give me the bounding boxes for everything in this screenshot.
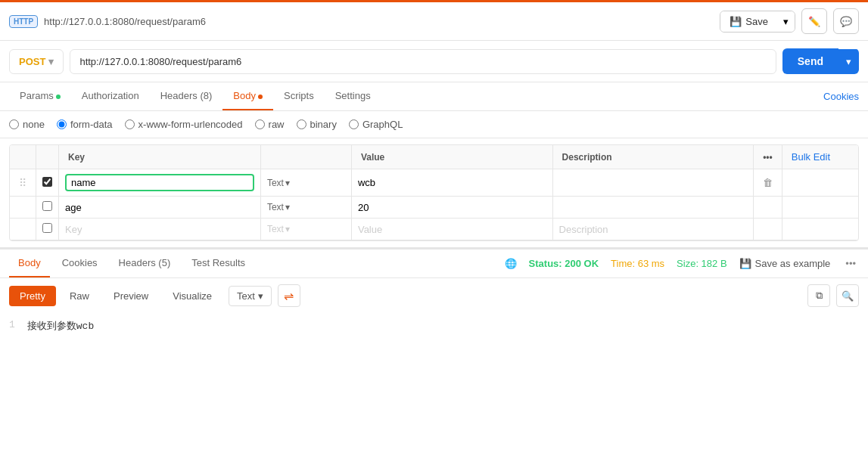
more-icon: ••• [763,152,773,163]
wrap-icon: ⇌ [284,289,294,303]
response-meta: 🌐 Status: 200 OK Time: 63 ms Size: 182 B… [505,255,859,272]
row1-checkbox[interactable] [42,177,52,187]
url-input[interactable] [70,49,776,74]
size-badge: Size: 182 B [677,258,727,269]
value-input-3[interactable] [358,224,546,235]
send-chevron-icon: ▾ [846,56,851,67]
th-check [36,145,59,169]
request-tabs: Params Authorization Headers (8) Body Sc… [0,82,868,111]
save-dropdown-button[interactable]: ▾ [777,11,795,32]
value-cell-2[interactable] [351,197,552,219]
send-dropdown-button[interactable]: ▾ [838,49,859,74]
search-icon: 🔍 [842,290,854,302]
save-button-group[interactable]: 💾 Save ▾ [720,11,795,33]
desc-input-3[interactable] [559,224,748,235]
search-button[interactable]: 🔍 [836,284,859,307]
table-header-row: Key Value Description ••• Bulk Edit [10,145,858,169]
type-label-2: Text [267,202,284,212]
radio-form-data[interactable]: form-data [57,119,113,130]
format-select[interactable]: Text ▾ [229,286,272,306]
key-cell-1[interactable] [59,169,261,197]
checkbox-cell[interactable] [36,169,59,197]
key-input-2[interactable] [65,202,254,213]
method-select[interactable]: POST ▾ [9,49,64,74]
view-tab-raw[interactable]: Raw [59,286,100,306]
value-cell-1[interactable] [351,169,552,197]
response-more-button[interactable]: ••• [842,255,859,272]
tab-body[interactable]: Body [222,82,273,110]
type-selector-1[interactable]: Text ▾ [267,178,345,188]
th-value: Value [351,145,552,169]
desc-cell-3[interactable] [552,219,754,240]
tab-params[interactable]: Params [9,82,71,110]
params-dot [56,95,61,99]
extra-cell-2 [782,197,858,219]
radio-none[interactable]: none [9,119,45,130]
type-selector-2[interactable]: Text ▾ [267,202,345,212]
radio-graphql[interactable]: GraphQL [349,119,403,130]
type-label-1: Text [267,178,284,188]
view-tab-pretty[interactable]: Pretty [9,286,56,306]
th-more[interactable]: ••• [754,145,782,169]
response-tab-body[interactable]: Body [9,250,50,277]
checkbox-cell-3[interactable] [36,219,59,240]
format-label: Text [237,290,255,302]
desc-input-2[interactable] [559,202,748,213]
code-area: 1 接收到参数wcb [0,313,868,339]
http-icon: HTTP [9,15,38,28]
desc-input-1[interactable] [559,177,748,188]
radio-raw[interactable]: raw [255,119,285,130]
response-tab-test-results[interactable]: Test Results [182,250,254,277]
type-cell-3[interactable]: Text ▾ [260,219,351,240]
wrap-button[interactable]: ⇌ [278,284,300,307]
save-label: Save [745,16,768,27]
line-number-1: 1 [9,319,15,333]
method-label: POST [19,56,45,67]
key-input-1[interactable] [65,174,254,191]
edit-icon-button[interactable]: ✏️ [801,8,827,34]
delete-cell-3 [754,219,782,240]
response-tab-cookies[interactable]: Cookies [53,250,107,277]
send-button-group[interactable]: Send ▾ [782,48,859,74]
th-bulk-edit[interactable]: Bulk Edit [782,145,858,169]
drag-handle-icon[interactable]: ⠿ [16,177,30,189]
pencil-icon: ✏️ [808,16,820,27]
cookies-link[interactable]: Cookies [823,91,859,102]
key-input-3[interactable] [65,224,254,235]
view-tab-preview[interactable]: Preview [103,286,159,306]
row2-checkbox[interactable] [42,201,52,211]
type-selector-3[interactable]: Text ▾ [267,224,345,234]
globe-icon[interactable]: 🌐 [505,258,517,269]
copy-button[interactable]: ⧉ [807,284,830,307]
drag-handle-cell-2 [10,197,36,219]
th-drag [10,145,36,169]
key-cell-3[interactable] [59,219,261,240]
response-tab-headers[interactable]: Headers (5) [110,250,180,277]
type-cell-1[interactable]: Text ▾ [260,169,351,197]
tab-headers[interactable]: Headers (8) [150,82,223,110]
tab-settings[interactable]: Settings [325,82,381,110]
radio-binary[interactable]: binary [297,119,337,130]
type-cell-2[interactable]: Text ▾ [260,197,351,219]
bulk-edit-label[interactable]: Bulk Edit [792,151,830,163]
delete-cell-1[interactable]: 🗑 [754,169,782,197]
copy-icon: ⧉ [816,290,823,302]
value-cell-3[interactable] [351,219,552,240]
key-cell-2[interactable] [59,197,261,219]
send-button[interactable]: Send [782,48,838,74]
th-key: Key [59,145,261,169]
save-example-button[interactable]: 💾 Save as example [739,258,831,269]
code-line-1: 1 接收到参数wcb [9,319,859,333]
comment-icon-button[interactable]: 💬 [833,8,859,34]
radio-urlencoded[interactable]: x-www-form-urlencoded [125,119,243,130]
tab-scripts[interactable]: Scripts [273,82,325,110]
save-button[interactable]: 💾 Save [720,11,777,32]
desc-cell-1[interactable] [552,169,754,197]
checkbox-cell-2[interactable] [36,197,59,219]
value-input-2[interactable] [358,202,546,213]
view-tab-visualize[interactable]: Visualize [162,286,222,306]
tab-authorization[interactable]: Authorization [71,82,150,110]
desc-cell-2[interactable] [552,197,754,219]
row3-checkbox[interactable] [42,223,52,233]
value-input-1[interactable] [358,177,546,188]
